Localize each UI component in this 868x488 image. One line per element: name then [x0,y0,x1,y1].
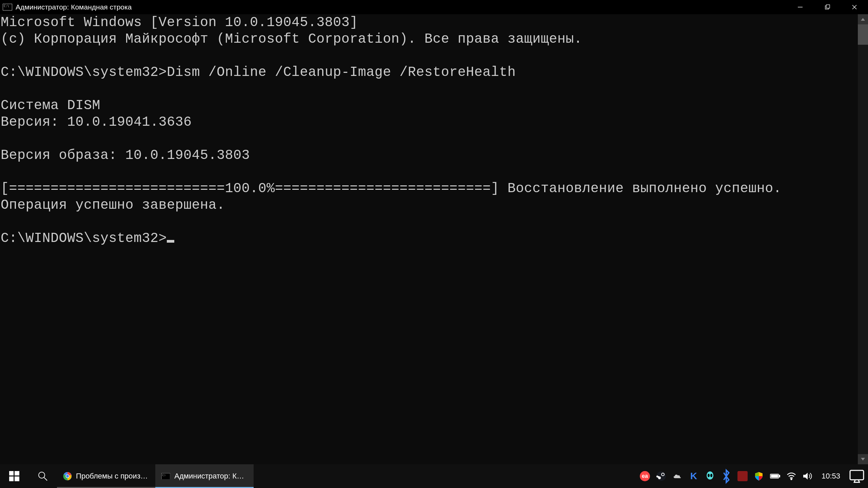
svg-point-19 [662,473,664,475]
scroll-down-button[interactable] [858,454,868,464]
close-button[interactable] [841,0,868,14]
scroll-thumb[interactable] [858,24,868,45]
maximize-button[interactable] [814,0,841,14]
bluetooth-tray-icon[interactable] [721,471,731,481]
search-icon [37,471,48,482]
cursor [167,240,174,243]
ea-app-tray-icon[interactable]: ea [640,471,650,481]
svg-line-10 [44,477,47,481]
scroll-up-button[interactable] [858,14,868,24]
svg-point-28 [791,479,792,480]
console-line: Cистема DISM [1,98,100,113]
minimize-icon [797,4,803,10]
taskbar: Проблемы с произво... C:\ Администратор:… [0,464,868,488]
onedrive-tray-icon[interactable] [672,471,683,481]
svg-rect-7 [9,476,14,481]
chrome-icon [63,471,72,481]
svg-rect-27 [771,475,777,477]
start-button[interactable] [0,464,28,488]
taskbar-item-chrome[interactable]: Проблемы с произво... [57,464,155,488]
close-icon [851,4,857,10]
window-title: Администратор: Командная строка [16,3,787,11]
app-red-tray-icon[interactable] [737,471,748,481]
windows-logo-icon [9,471,19,481]
app-alien-tray-icon[interactable] [705,471,715,481]
console-line: C:\WINDOWS\system32>Dism /Online /Cleanu… [1,65,516,80]
window-controls [787,0,868,14]
svg-point-23 [708,474,710,477]
taskbar-item-label: Проблемы с произво... [76,472,149,481]
svg-point-24 [710,474,712,477]
svg-rect-8 [15,476,19,481]
console-line: Версия: 10.0.19041.3636 [1,115,192,130]
cmd-app-icon [3,4,12,11]
maximize-icon [824,4,830,10]
svg-rect-5 [9,471,14,475]
battery-tray-icon[interactable] [770,471,780,481]
svg-point-14 [66,475,69,477]
action-center-button[interactable] [849,464,865,488]
search-button[interactable] [28,464,57,488]
console-prompt: C:\WINDOWS\system32> [1,231,167,246]
windows-security-tray-icon[interactable] [754,471,764,481]
console-line: Microsoft Windows [Version 10.0.19045.38… [1,15,358,30]
svg-rect-6 [15,471,19,475]
svg-text:C:\: C:\ [162,474,166,477]
console-line: Версия образа: 10.0.19045.3803 [1,148,250,163]
minimize-button[interactable] [787,0,814,14]
console-output[interactable]: Microsoft Windows [Version 10.0.19045.38… [0,14,858,464]
volume-tray-icon[interactable] [803,471,813,481]
svg-rect-29 [850,470,864,480]
cmd-icon: C:\ [161,471,170,481]
console-line: Операция успешно завершена. [1,198,225,213]
console-line: [==========================100.0%=======… [1,181,782,196]
vertical-scrollbar[interactable] [858,14,868,464]
steam-tray-icon[interactable] [656,471,666,481]
system-tray: ea K 10:53 [640,464,868,488]
console-line: (c) Корпорация Майкрософт (Microsoft Cor… [1,32,582,47]
window-title-bar: Администратор: Командная строка [0,0,868,14]
svg-rect-26 [779,475,780,477]
svg-point-9 [39,472,45,478]
wifi-tray-icon[interactable] [786,471,796,481]
taskbar-item-label: Администратор: Ком... [174,472,248,481]
console-area: Microsoft Windows [Version 10.0.19045.38… [0,14,868,464]
taskbar-item-cmd[interactable]: C:\ Администратор: Ком... [155,464,254,488]
taskbar-clock[interactable]: 10:53 [819,472,843,481]
svg-rect-2 [826,5,830,8]
app-k-tray-icon[interactable]: K [689,471,699,481]
